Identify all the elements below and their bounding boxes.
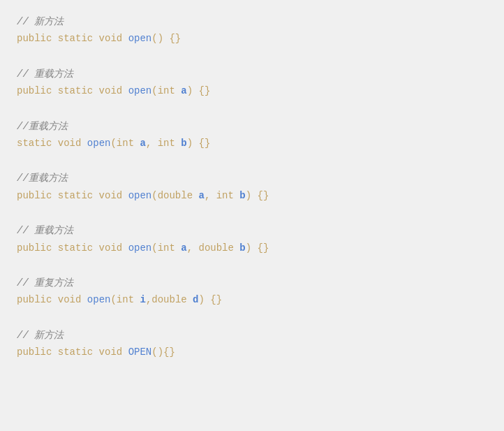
keyword: public static void <box>17 346 128 358</box>
param-a: a <box>181 85 186 96</box>
punct: () {} <box>151 33 181 44</box>
code-line-5: public static void open(int a, double b)… <box>17 240 487 256</box>
punct: ) {} <box>187 138 211 149</box>
punct: ( <box>110 138 116 149</box>
type: int <box>216 190 234 201</box>
keyword: public static void <box>17 242 128 254</box>
type: int <box>158 85 175 96</box>
punct: ( <box>151 85 157 96</box>
comment-1: // 新方法 <box>17 14 487 29</box>
method-name-open: OPEN <box>128 346 152 358</box>
type: double <box>158 190 193 201</box>
punct: ) {} <box>199 294 223 305</box>
keyword: public void <box>17 294 87 305</box>
punct: , <box>187 242 199 254</box>
punct: (){} <box>151 346 175 358</box>
method-name: open <box>128 85 152 96</box>
param-i: i <box>140 294 145 305</box>
comment-7: // 新方法 <box>17 328 487 343</box>
param-d: d <box>193 294 198 305</box>
param-a: a <box>181 242 186 254</box>
section-3: //重载方法 static void open(int a, int b) {} <box>17 119 487 152</box>
punct: ( <box>110 294 116 305</box>
section-2: // 重载方法 public static void open(int a) {… <box>17 66 487 99</box>
type: int <box>158 138 175 149</box>
code-line-2: public static void open(int a) {} <box>17 83 487 98</box>
param-a: a <box>140 138 145 149</box>
param-b: b <box>239 242 245 254</box>
method-name: open <box>128 33 152 44</box>
punct: ( <box>151 242 157 254</box>
param-b: b <box>239 190 245 201</box>
code-line-7: public static void OPEN(){} <box>17 344 487 360</box>
comment-5: // 重载方法 <box>17 223 487 238</box>
method-name: open <box>128 190 152 201</box>
code-line-4: public static void open(double a, int b)… <box>17 188 487 203</box>
type: double <box>151 294 186 305</box>
keyword: static void <box>17 138 87 149</box>
punct: ) {} <box>187 85 211 96</box>
method-name: open <box>128 242 152 254</box>
section-4: //重载方法 public static void open(double a,… <box>17 170 487 203</box>
method-name: open <box>87 294 111 305</box>
punct: , <box>205 190 216 201</box>
type: int <box>158 242 175 254</box>
code-line-6: public void open(int i,double d) {} <box>17 292 487 307</box>
comment-3: //重载方法 <box>17 119 487 134</box>
method-name: open <box>87 138 111 149</box>
punct: ) {} <box>246 190 269 201</box>
section-7: // 新方法 public static void OPEN(){} <box>17 328 487 360</box>
keyword: public static void <box>17 33 128 44</box>
punct: ( <box>151 190 157 201</box>
section-5: // 重载方法 public static void open(int a, d… <box>17 223 487 256</box>
param-b: b <box>181 138 186 149</box>
code-block: // 新方法 public static void open() {} // 重… <box>17 14 487 360</box>
param-a: a <box>198 190 204 201</box>
comment-4: //重载方法 <box>17 170 487 186</box>
code-line-1: public static void open() {} <box>17 31 487 46</box>
section-6: // 重复方法 public void open(int i,double d)… <box>17 275 487 308</box>
punct: ) {} <box>246 242 269 254</box>
keyword: public static void <box>17 190 128 201</box>
space <box>187 294 193 305</box>
punct: , <box>146 138 158 149</box>
comment-2: // 重载方法 <box>17 66 487 82</box>
comment-6: // 重复方法 <box>17 275 487 291</box>
code-line-3: static void open(int a, int b) {} <box>17 136 487 151</box>
type: double <box>199 242 234 254</box>
keyword: public static void <box>17 85 128 96</box>
section-1: // 新方法 public static void open() {} <box>17 14 487 47</box>
type: int <box>117 138 134 149</box>
type: int <box>117 294 134 305</box>
